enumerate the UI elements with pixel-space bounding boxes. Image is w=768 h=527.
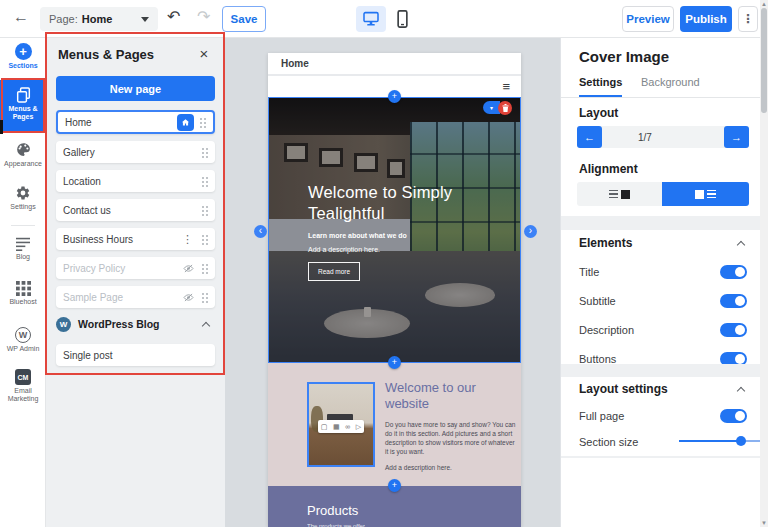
sidebar-item-appearance[interactable]: Appearance <box>0 138 46 168</box>
save-button[interactable]: Save <box>222 6 266 32</box>
about-description[interactable]: Add a description here. <box>385 464 517 471</box>
layout-pager: ← 1/7 → <box>577 126 749 148</box>
drag-handle-icon[interactable] <box>201 234 208 245</box>
undo-icon[interactable]: ↶ <box>167 7 180 26</box>
align-left-icon <box>609 190 618 199</box>
hero-title[interactable]: Welcome to Simply Tealightful <box>308 182 468 224</box>
add-section-button[interactable]: + <box>388 479 401 492</box>
delete-section-button[interactable] <box>498 101 512 115</box>
drag-handle-icon[interactable] <box>201 205 208 216</box>
page-selector-dropdown[interactable]: Page: Home <box>40 7 158 31</box>
scroll-up-arrow[interactable]: ▲ <box>760 1 768 7</box>
vertical-scrollbar[interactable]: ▲ ▼ <box>760 0 768 527</box>
toggle-label: Description <box>579 324 720 336</box>
read-more-button[interactable]: Read more <box>308 262 360 281</box>
scroll-down-arrow[interactable]: ▼ <box>760 520 768 526</box>
elements-accordion-header[interactable]: Elements <box>579 236 746 250</box>
drag-handle-icon[interactable] <box>201 263 208 274</box>
hero-description[interactable]: Add a description here. <box>308 246 468 253</box>
mobile-view-button[interactable] <box>392 6 412 32</box>
eye-off-icon[interactable] <box>183 264 194 273</box>
toggle-knob <box>735 411 745 421</box>
eye-off-icon[interactable] <box>183 293 194 302</box>
page-row-contact-us[interactable]: Contact us <box>56 199 215 221</box>
new-page-button[interactable]: New page <box>56 76 215 101</box>
full-page-toggle[interactable] <box>720 409 747 423</box>
tab-settings[interactable]: Settings <box>579 76 622 97</box>
hamburger-menu-icon[interactable]: ≡ <box>502 79 510 94</box>
sidebar-item-email-marketing[interactable]: CM Email Marketing <box>0 366 46 403</box>
row-menu-icon[interactable]: ⋮ <box>182 233 193 246</box>
gallery-icon[interactable]: ▦ <box>333 423 340 431</box>
toggle-label: Title <box>579 266 720 278</box>
layout-prev-arrow[interactable]: ‹ <box>254 225 267 238</box>
add-section-button[interactable]: + <box>388 356 401 369</box>
about-section[interactable]: ▢ ▦ ∞ ▷ Welcome to our website Do you ha… <box>268 363 521 486</box>
image-icon[interactable]: ▢ <box>321 423 328 431</box>
close-icon[interactable]: × <box>196 45 212 62</box>
page-row-home[interactable]: Home <box>56 110 215 134</box>
hero-subtitle[interactable]: Learn more about what we do <box>308 232 468 239</box>
toggle-row-full-page: Full page <box>579 406 747 426</box>
layout-prev-button[interactable]: ← <box>577 126 602 148</box>
about-heading[interactable]: Welcome to our website <box>385 380 517 412</box>
about-body[interactable]: Do you have more to say and show? You ca… <box>385 420 517 456</box>
cover-image-section[interactable]: Welcome to Simply Tealightful Learn more… <box>268 97 521 363</box>
site-page-tab[interactable]: Home <box>268 53 521 76</box>
drag-handle-icon[interactable] <box>201 147 208 158</box>
toggle-knob <box>735 267 745 277</box>
page-row-privacy-policy[interactable]: Privacy Policy <box>56 257 215 279</box>
more-options-button[interactable]: ⋮ <box>738 6 758 32</box>
sidebar-item-sections[interactable]: + Sections <box>0 40 46 70</box>
title-toggle[interactable] <box>720 265 747 279</box>
wordpress-icon: W <box>56 317 71 332</box>
alignment-text-left-button[interactable] <box>577 182 662 206</box>
align-right-icon <box>707 190 716 199</box>
page-row-business-hours[interactable]: Business Hours ⋮ <box>56 228 215 250</box>
sidebar-item-menus-pages[interactable]: Menus & Pages <box>0 80 46 133</box>
tab-background[interactable]: Background <box>641 76 700 88</box>
wordpress-blog-group-header[interactable]: W WordPress Blog <box>56 314 215 334</box>
scrollbar-thumb[interactable] <box>761 8 767 113</box>
page-row-sample-page[interactable]: Sample Page <box>56 286 215 308</box>
sidebar-item-blog[interactable]: Blog <box>0 234 46 261</box>
about-image[interactable]: ▢ ▦ ∞ ▷ <box>307 382 375 467</box>
subtitle-toggle[interactable] <box>720 294 747 308</box>
products-section[interactable]: Products The products we offer <box>268 486 521 527</box>
sidebar-item-wp-admin[interactable]: W WP Admin <box>0 324 46 353</box>
media-toolbar: ▢ ▦ ∞ ▷ <box>318 420 364 433</box>
layout-next-arrow[interactable]: › <box>524 225 537 238</box>
slider-knob[interactable] <box>736 436 746 446</box>
products-heading[interactable]: Products <box>307 503 358 518</box>
gear-icon <box>15 185 31 201</box>
description-toggle[interactable] <box>720 323 747 337</box>
layout-next-button[interactable]: → <box>724 126 749 148</box>
desktop-view-button[interactable] <box>356 6 386 32</box>
page-row-label: Location <box>63 176 101 187</box>
video-icon[interactable]: ▷ <box>356 423 361 431</box>
sidebar-item-settings[interactable]: Settings <box>0 182 46 211</box>
alignment-image-left-button[interactable] <box>662 182 749 206</box>
cover-image-inspector: Cover Image Settings Background Layout ←… <box>560 38 760 527</box>
page-row-gallery[interactable]: Gallery <box>56 141 215 163</box>
back-icon[interactable]: ← <box>13 8 29 26</box>
sidebar-item-label: Sections <box>8 62 37 70</box>
add-section-button[interactable]: + <box>388 90 401 103</box>
link-icon[interactable]: ∞ <box>345 423 350 430</box>
page-row-label: Sample Page <box>63 292 123 303</box>
products-body[interactable]: The products we offer <box>307 523 365 527</box>
page-row-single-post[interactable]: Single post <box>56 344 215 366</box>
section-size-slider[interactable] <box>679 436 767 446</box>
drag-handle-icon[interactable] <box>201 176 208 187</box>
section-controls: ▾ <box>483 101 512 114</box>
plus-icon: + <box>392 358 397 367</box>
drag-handle-icon[interactable] <box>199 117 206 128</box>
plus-icon: + <box>392 481 397 490</box>
sidebar-item-bluehost[interactable]: Bluehost <box>0 278 46 306</box>
preview-button[interactable]: Preview <box>622 6 674 32</box>
page-row-location[interactable]: Location <box>56 170 215 192</box>
publish-button[interactable]: Publish <box>680 6 732 32</box>
drag-handle-icon[interactable] <box>201 292 208 303</box>
layout-page-indicator: 1/7 <box>638 132 652 143</box>
layout-settings-accordion-header[interactable]: Layout settings <box>579 382 746 396</box>
